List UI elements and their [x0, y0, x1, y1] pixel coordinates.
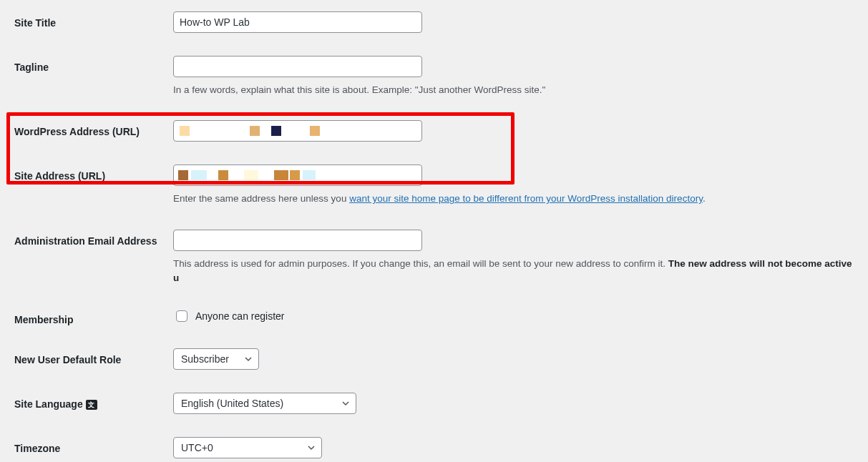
- redacted-swatch: [244, 170, 258, 180]
- admin-email-help: This address is used for admin purposes.…: [173, 257, 854, 286]
- redacted-swatch: [191, 170, 207, 180]
- tagline-help: In a few words, explain what this site i…: [173, 83, 854, 97]
- tagline-label: Tagline: [14, 56, 173, 73]
- site-title-label: Site Title: [14, 11, 173, 29]
- membership-checkbox-label: Anyone can register: [195, 310, 285, 322]
- redacted-swatch: [303, 170, 316, 180]
- redacted-swatch: [218, 170, 228, 180]
- site-language-label: Site Language 文: [14, 393, 173, 410]
- default-role-label: New User Default Role: [14, 348, 173, 365]
- redacted-swatch: [271, 126, 281, 136]
- redacted-swatch: [290, 170, 300, 180]
- wordpress-address-label: WordPress Address (URL): [14, 120, 173, 137]
- site-language-select[interactable]: English (United States): [173, 393, 356, 414]
- redacted-swatch: [274, 170, 288, 180]
- admin-email-label: Administration Email Address: [14, 230, 173, 247]
- redacted-swatch: [180, 126, 190, 136]
- site-address-input[interactable]: [173, 164, 422, 186]
- timezone-label: Timezone: [14, 437, 173, 454]
- redacted-swatch: [178, 170, 188, 180]
- site-address-help-link[interactable]: want your site home page to be different…: [349, 193, 703, 204]
- site-title-input[interactable]: [173, 11, 422, 33]
- site-address-help: Enter the same address here unless you w…: [173, 192, 854, 206]
- redacted-swatch: [310, 126, 320, 136]
- site-address-label: Site Address (URL): [14, 164, 173, 182]
- wordpress-address-input[interactable]: [173, 120, 422, 142]
- redacted-swatch: [250, 126, 260, 136]
- timezone-select[interactable]: UTC+0: [173, 437, 322, 458]
- translate-icon: 文: [86, 400, 97, 410]
- default-role-select[interactable]: Subscriber: [173, 348, 259, 370]
- membership-label: Membership: [14, 308, 173, 325]
- membership-checkbox-row[interactable]: Anyone can register: [173, 308, 854, 324]
- membership-checkbox[interactable]: [176, 310, 187, 322]
- admin-email-input[interactable]: [173, 230, 422, 251]
- tagline-input[interactable]: [173, 56, 422, 77]
